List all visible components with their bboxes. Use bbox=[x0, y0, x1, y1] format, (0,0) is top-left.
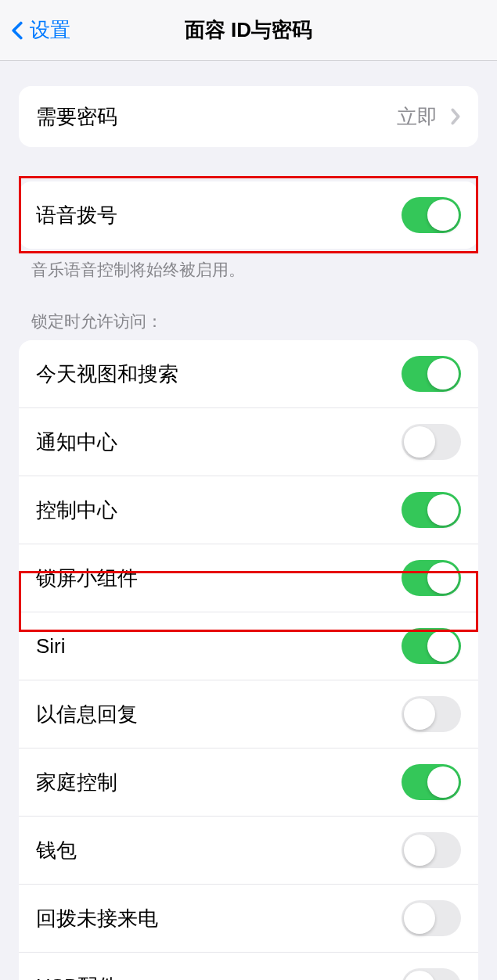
page-title: 面容 ID与密码 bbox=[185, 16, 312, 44]
toggle-knob bbox=[427, 199, 459, 231]
require-passcode-row[interactable]: 需要密码 立即 bbox=[19, 86, 478, 147]
require-passcode-label: 需要密码 bbox=[36, 103, 117, 131]
require-passcode-group: 需要密码 立即 bbox=[19, 86, 478, 147]
lock-access-row: 家庭控制 bbox=[19, 748, 478, 817]
toggle-knob bbox=[427, 358, 459, 389]
lock-access-label: 钱包 bbox=[36, 837, 77, 864]
lock-access-toggle[interactable] bbox=[402, 492, 461, 528]
lock-access-row: 以信息回复 bbox=[19, 680, 478, 748]
toggle-knob bbox=[427, 494, 459, 526]
lock-access-row: USB配件 bbox=[19, 953, 478, 980]
lock-access-label: Siri bbox=[36, 634, 66, 659]
lock-access-row: 锁屏小组件 bbox=[19, 544, 478, 612]
toggle-knob bbox=[427, 630, 459, 662]
lock-access-row: 钱包 bbox=[19, 817, 478, 885]
toggle-knob bbox=[404, 835, 435, 866]
voice-dial-row: 语音拨号 bbox=[19, 181, 478, 249]
voice-dial-group: 语音拨号 bbox=[19, 181, 478, 249]
lock-access-row: 回拨未接来电 bbox=[19, 885, 478, 953]
toggle-knob bbox=[427, 562, 459, 594]
lock-access-toggle[interactable] bbox=[402, 560, 461, 596]
toggle-knob bbox=[404, 698, 435, 730]
lock-access-toggle[interactable] bbox=[402, 900, 461, 936]
lock-access-row: 通知中心 bbox=[19, 408, 478, 476]
lock-access-label: 控制中心 bbox=[36, 497, 117, 524]
toggle-knob bbox=[404, 426, 435, 458]
lock-access-toggle[interactable] bbox=[402, 832, 461, 868]
lock-access-label: 以信息回复 bbox=[36, 701, 138, 728]
lock-access-toggle[interactable] bbox=[402, 764, 461, 800]
lock-access-label: 家庭控制 bbox=[36, 769, 117, 796]
toggle-knob bbox=[427, 766, 459, 798]
toggle-knob bbox=[404, 971, 435, 980]
lock-access-group: 今天视图和搜索通知中心控制中心锁屏小组件Siri以信息回复家庭控制钱包回拨未接来… bbox=[19, 340, 478, 980]
lock-access-toggle[interactable] bbox=[402, 356, 461, 392]
lock-access-label: USB配件 bbox=[36, 973, 118, 980]
lock-access-label: 今天视图和搜索 bbox=[36, 361, 178, 388]
lock-access-toggle[interactable] bbox=[402, 696, 461, 732]
chevron-left-icon bbox=[8, 21, 27, 40]
lock-access-label: 通知中心 bbox=[36, 429, 117, 456]
lock-access-row: 控制中心 bbox=[19, 476, 478, 544]
navigation-bar: 设置 面容 ID与密码 bbox=[0, 0, 497, 61]
lock-access-toggle[interactable] bbox=[402, 424, 461, 460]
require-passcode-value: 立即 bbox=[397, 103, 461, 131]
lock-access-header: 锁定时允许访问： bbox=[0, 311, 497, 340]
lock-access-toggle[interactable] bbox=[402, 628, 461, 664]
back-button[interactable]: 设置 bbox=[0, 16, 70, 44]
lock-access-toggle[interactable] bbox=[402, 968, 461, 980]
back-label: 设置 bbox=[30, 16, 70, 44]
chevron-right-icon bbox=[450, 108, 461, 125]
voice-dial-label: 语音拨号 bbox=[36, 202, 117, 229]
lock-access-row: Siri bbox=[19, 612, 478, 680]
lock-access-label: 回拨未接来电 bbox=[36, 905, 158, 932]
toggle-knob bbox=[404, 903, 435, 934]
voice-dial-footer: 音乐语音控制将始终被启用。 bbox=[0, 249, 497, 281]
lock-access-row: 今天视图和搜索 bbox=[19, 340, 478, 408]
voice-dial-toggle[interactable] bbox=[402, 197, 461, 233]
lock-access-label: 锁屏小组件 bbox=[36, 565, 138, 592]
